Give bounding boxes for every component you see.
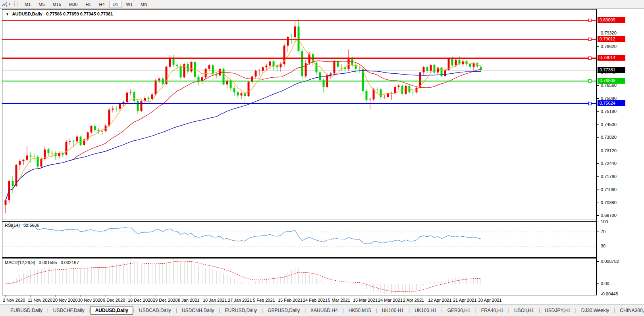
rsi-indicator-label: RSI(14) 52.5636: [5, 223, 39, 228]
timeframe-buttons: M1M5M15M30H1H4D1W1MN: [21, 1, 151, 8]
chart-tab-ger30-h1[interactable]: GER30,H1: [443, 306, 475, 315]
chart-tab-xauusd-h4[interactable]: XAUUSD,H4: [306, 306, 343, 315]
date-tick-mark: [281, 295, 281, 297]
date-tick-mark: [231, 295, 231, 297]
date-label: 15 Feb 2021: [278, 298, 303, 303]
macd-panel[interactable]: [2, 259, 596, 295]
timeframe-toolbar: ▾ M1M5M15M30H1H4D1W1MN: [0, 0, 644, 9]
rsi-tick-label: 70: [601, 229, 605, 234]
chart-tab-china300-h1[interactable]: CHINA300,H1: [615, 306, 644, 315]
timeframe-button-m5[interactable]: M5: [35, 1, 48, 8]
date-label: 18 Jan 2021: [203, 298, 227, 303]
price-tick-label: 0.75180: [601, 109, 617, 114]
macd-tick-mark: [597, 294, 599, 294]
timeframe-button-w1[interactable]: W1: [123, 1, 137, 8]
date-tick-mark: [306, 295, 306, 297]
chart-tab-usdcad-daily[interactable]: USDCAD,Daily: [134, 306, 176, 315]
rsi-plot[interactable]: [2, 222, 596, 257]
timeframe-button-m15[interactable]: M15: [49, 1, 65, 8]
date-tick-mark: [106, 295, 106, 297]
mt4-window: ▾ M1M5M15M30H1H4D1W1MN ▼ AUDUSD,Daily 0.…: [0, 0, 644, 316]
chart-tab-usdjpy-h1[interactable]: USDJPY,H1: [540, 306, 575, 315]
chart-ohlc-values: 0.77566 0.77659 0.77345 0.77381: [46, 11, 113, 16]
date-label: 18 Dec 2020: [128, 298, 152, 303]
rsi-tick-label: 100: [601, 219, 608, 224]
date-axis[interactable]: 2 Nov 202011 Nov 202020 Nov 202030 Nov 2…: [2, 295, 596, 305]
price-tick-label: 0.78620: [601, 44, 617, 49]
date-tick-mark: [256, 295, 256, 297]
price-level-tag: 0.80009: [598, 17, 625, 23]
chart-tab-bar: EURUSD,Daily|USDCHF,Daily|AUDUSD,Daily|U…: [0, 305, 644, 316]
chart-tab-eurusd-daily[interactable]: EURUSD,Daily: [6, 306, 47, 315]
chart-tab-hk50-m15[interactable]: HK50,M15: [344, 306, 376, 315]
date-tick-mark: [456, 295, 456, 297]
chart-tab-fra40-h1[interactable]: FRA40,H1: [476, 306, 508, 315]
chart-tab-eurusd-daily[interactable]: EURUSD,Daily: [220, 306, 262, 315]
rsi-tick-label: 30: [601, 243, 605, 248]
timeframe-button-h4[interactable]: H4: [95, 1, 108, 8]
chart-title: ▼ AUDUSD,Daily 0.77566 0.77659 0.77345 0…: [6, 11, 113, 16]
price-tick-mark: [597, 190, 599, 190]
date-tick-mark: [56, 295, 56, 297]
price-tick-mark: [597, 203, 599, 203]
date-tick-mark: [331, 295, 331, 297]
chart-symbol-period: AUDUSD,Daily: [12, 11, 42, 16]
rsi-tick-mark: [597, 232, 599, 232]
chart-tab-usdcnh-daily[interactable]: USDCNH,Daily: [177, 306, 219, 315]
crosshair-tool-button[interactable]: ▾: [0, 0, 12, 8]
price-tick-mark: [597, 46, 599, 47]
chart-tab-dj30-weekly[interactable]: DJ30,Weekly: [577, 306, 614, 315]
macd-indicator-label: MACD(12,26,9) 0.001585 0.002167: [5, 260, 79, 265]
macd-tick-mark: [597, 283, 599, 284]
price-tick-mark: [597, 163, 599, 164]
timeframe-button-d1[interactable]: D1: [109, 1, 122, 8]
price-tick-label: 0.79320: [601, 31, 617, 35]
macd-tick-label: 0.00: [601, 281, 609, 286]
chevron-down-icon[interactable]: ▾: [9, 2, 10, 6]
macd-plot[interactable]: [2, 259, 596, 295]
price-tick-label: 0.71060: [601, 187, 617, 192]
price-tick-label: 0.72440: [601, 161, 617, 166]
date-tick-mark: [381, 295, 381, 297]
rsi-tick-mark: [597, 222, 599, 222]
macd-name: MACD(12,26,9): [5, 260, 35, 265]
chart-tab-audusd-daily[interactable]: AUDUSD,Daily: [91, 306, 133, 315]
price-tick-label: 0.73120: [601, 148, 617, 153]
timeframe-button-mn[interactable]: MN: [137, 1, 151, 8]
date-label: 5 Mar 2021: [328, 298, 350, 303]
price-tick-mark: [597, 98, 599, 99]
date-label: 27 Jan 2021: [228, 298, 252, 303]
price-axis[interactable]: 0.793200.786200.779400.772400.765600.758…: [596, 9, 644, 295]
date-label: 11 Nov 2020: [28, 298, 52, 303]
date-label: 9 Dec 2020: [103, 298, 125, 303]
date-tick-mark: [206, 295, 206, 297]
date-tick-mark: [31, 295, 31, 297]
price-tick-mark: [597, 85, 599, 86]
timeframe-button-m30[interactable]: M30: [66, 1, 81, 8]
collapse-triangle-icon[interactable]: ▼: [6, 12, 9, 16]
date-label: 24 Feb 2021: [303, 298, 328, 303]
date-label: 5 Feb 2021: [253, 298, 275, 303]
price-tick-mark: [597, 137, 599, 138]
toolbar-grip-handle[interactable]: [14, 1, 17, 7]
rsi-panel[interactable]: [2, 221, 596, 258]
date-tick-mark: [156, 295, 156, 297]
price-tick-label: 0.71760: [601, 174, 617, 179]
timeframe-button-h1[interactable]: H1: [82, 1, 94, 8]
date-label: 24 Mar 2021: [378, 298, 403, 303]
chart-tab-gbpusd-daily[interactable]: GBPUSD,Daily: [263, 306, 305, 315]
chart-tab-uk100-h1[interactable]: UK100,H1: [377, 306, 409, 315]
macd-tick-label: 0.008782: [601, 259, 619, 264]
candlestick-plot[interactable]: [2, 10, 596, 220]
rsi-name: RSI(14): [5, 223, 20, 228]
price-tick-label: 0.70380: [601, 200, 617, 205]
chart-tab-usoil-h1[interactable]: USOil,H1: [509, 306, 539, 315]
chart-tab-uk100-h1[interactable]: UK100,H1: [410, 306, 441, 315]
macd-tick-label: -0.00445: [601, 291, 618, 296]
price-tick-label: 0.69700: [601, 213, 617, 218]
price-chart-panel[interactable]: [2, 9, 596, 220]
date-tick-mark: [356, 295, 356, 297]
timeframe-button-m1[interactable]: M1: [21, 1, 34, 8]
chart-tab-usdchf-daily[interactable]: USDCHF,Daily: [48, 306, 89, 315]
date-label: 29 Dec 2020: [153, 298, 177, 303]
